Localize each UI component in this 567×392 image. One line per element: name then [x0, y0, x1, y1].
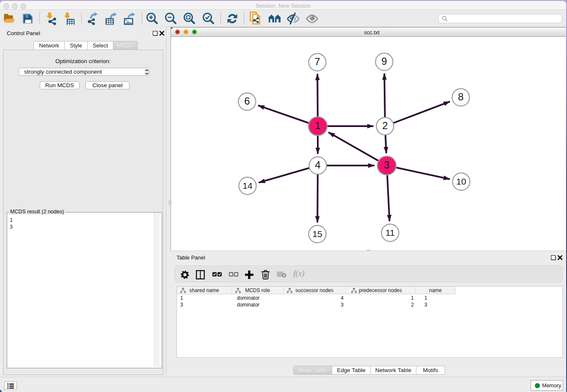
- svg-text:8: 8: [458, 91, 463, 102]
- svg-text:11: 11: [385, 228, 395, 237]
- svg-text:15: 15: [312, 229, 322, 239]
- svg-text:1: 1: [315, 120, 320, 131]
- svg-text:9: 9: [381, 55, 387, 67]
- svg-text:2: 2: [382, 120, 388, 131]
- svg-text:4: 4: [315, 159, 320, 171]
- svg-text:6: 6: [244, 95, 250, 107]
- svg-text:14: 14: [242, 181, 253, 190]
- svg-text:7: 7: [314, 56, 320, 67]
- svg-text:3: 3: [384, 159, 389, 171]
- svg-text:10: 10: [456, 177, 466, 186]
